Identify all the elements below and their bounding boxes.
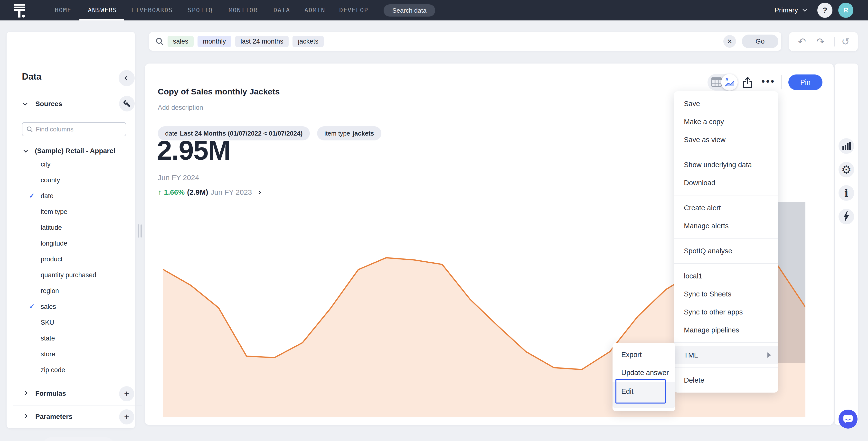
lightning-icon [843, 211, 850, 222]
submenu-item-export[interactable]: Export [613, 346, 675, 364]
add-description-field[interactable]: Add description [158, 104, 203, 111]
menu-item-local1[interactable]: local1 [674, 267, 778, 285]
kpi-previous-value: (2.9M) [187, 188, 208, 196]
chart-view-button[interactable]: # [721, 74, 738, 91]
pin-button[interactable]: Pin [788, 74, 823, 90]
nav-tab-answers[interactable]: ANSWERS [88, 0, 117, 21]
reset-button[interactable]: ↺ [841, 32, 850, 51]
parameters-section-label[interactable]: Parameters [35, 413, 72, 420]
menu-item-manage-alerts[interactable]: Manage alerts [674, 217, 778, 235]
more-actions-menu: Save Make a copy Save as view Show under… [674, 91, 778, 393]
clear-search-button[interactable]: ✕ [723, 35, 736, 48]
submenu-item-update-answer[interactable]: Update answer [613, 364, 675, 382]
formulas-section-label[interactable]: Formulas [35, 389, 66, 398]
go-button[interactable]: Go [742, 35, 778, 48]
share-button[interactable] [740, 75, 755, 90]
nav-tab-liveboards[interactable]: LIVEBOARDS [131, 0, 173, 21]
submenu-item-edit[interactable]: Edit [613, 382, 675, 408]
chevron-down-icon [803, 7, 807, 11]
nav-tab-data[interactable]: DATA [274, 0, 290, 21]
thoughtspot-logo-icon[interactable] [12, 3, 29, 18]
column-item-type[interactable]: item type [41, 208, 67, 216]
chevron-right-icon[interactable] [23, 391, 27, 395]
menu-item-save-as-view[interactable]: Save as view [674, 131, 778, 149]
column-latitude[interactable]: latitude [41, 224, 62, 232]
user-avatar[interactable]: R [838, 3, 854, 18]
undo-button[interactable]: ↶ [798, 32, 806, 51]
divider [674, 195, 778, 196]
close-icon: ✕ [727, 38, 732, 45]
search-icon [155, 37, 164, 45]
chevron-right-icon[interactable] [257, 190, 261, 194]
menu-item-download[interactable]: Download [674, 174, 778, 192]
add-parameter-button[interactable]: + [119, 409, 134, 425]
menu-item-delete[interactable]: Delete [674, 371, 778, 389]
menu-item-save[interactable]: Save [674, 95, 778, 113]
insights-button[interactable] [839, 209, 854, 225]
arrow-up-icon: ↑ [158, 188, 161, 196]
tml-submenu: Export Update answer Edit [613, 343, 675, 411]
menu-item-tml[interactable]: TML [674, 346, 778, 364]
divider [674, 263, 778, 264]
check-icon: ✓ [29, 303, 35, 310]
menu-item-sync-to-sheets[interactable]: Sync to Sheets [674, 285, 778, 303]
column-sales[interactable]: sales [41, 303, 56, 310]
column-state[interactable]: state [41, 335, 55, 342]
chevron-down-icon[interactable] [23, 148, 28, 152]
column-city[interactable]: city [41, 161, 51, 168]
org-switcher[interactable]: Primary [774, 0, 798, 21]
search-bar[interactable]: sales monthly last 24 months jackets ✕ G… [149, 32, 781, 50]
search-token-last-24-months[interactable]: last 24 months [235, 36, 289, 47]
source-table-label[interactable]: (Sample) Retail - Apparel [35, 147, 115, 155]
nav-tab-develop[interactable]: DEVELOP [339, 0, 368, 21]
kpi-change-row[interactable]: ↑ 1.66% (2.9M) Jun FY 2023 [158, 188, 260, 196]
column-store[interactable]: store [41, 350, 55, 358]
table-view-icon[interactable] [711, 77, 722, 87]
nav-tab-monitor[interactable]: MONITOR [229, 0, 258, 21]
column-longitude[interactable]: longitude [41, 240, 67, 247]
nav-divider [812, 4, 812, 16]
menu-item-spotiq-analyse[interactable]: SpotIQ analyse [674, 242, 778, 260]
search-icon [26, 126, 33, 133]
column-sku[interactable]: SKU [41, 319, 54, 326]
add-formula-button[interactable]: + [119, 386, 134, 401]
menu-item-show-underlying-data[interactable]: Show underlying data [674, 156, 778, 174]
answer-title[interactable]: Copy of Sales monthly Jackets [158, 87, 280, 96]
collapse-panel-button[interactable] [119, 70, 135, 86]
find-columns-input[interactable] [36, 126, 122, 133]
search-token-sales[interactable]: sales [167, 36, 194, 47]
redo-button[interactable]: ↷ [816, 32, 825, 51]
menu-item-sync-to-other-apps[interactable]: Sync to other apps [674, 303, 778, 321]
chevron-right-icon[interactable] [23, 414, 27, 418]
panel-resize-handle[interactable] [138, 225, 142, 238]
nav-tab-home[interactable]: HOME [55, 0, 71, 21]
kpi-change-percent: 1.66% [164, 188, 185, 196]
column-county[interactable]: county [41, 176, 60, 184]
nav-tab-admin[interactable]: ADMIN [304, 0, 325, 21]
column-product[interactable]: product [41, 256, 63, 263]
kpi-value: 2.95M [157, 135, 230, 166]
column-region[interactable]: region [41, 287, 59, 295]
menu-item-make-a-copy[interactable]: Make a copy [674, 113, 778, 131]
add-columns-button[interactable]: + Add columns [43, 437, 114, 441]
chat-launcher-button[interactable] [839, 410, 858, 429]
column-date[interactable]: date [41, 192, 54, 200]
menu-item-create-alert[interactable]: Create alert [674, 199, 778, 217]
help-button[interactable]: ? [817, 3, 832, 18]
menu-item-manage-pipelines[interactable]: Manage pipelines [674, 321, 778, 339]
nav-tab-spotiq[interactable]: SPOTIQ [188, 0, 213, 21]
search-data-button[interactable]: Search data [383, 4, 435, 16]
settings-button[interactable]: ⚙ [839, 162, 854, 177]
choose-sources-button[interactable] [119, 96, 135, 111]
divider [13, 382, 142, 382]
chart-config-button[interactable] [839, 138, 854, 154]
chevron-down-icon[interactable] [23, 101, 27, 105]
details-button[interactable]: i [839, 185, 854, 201]
column-quantity-purchased[interactable]: quantity purchased [41, 271, 96, 279]
search-token-monthly[interactable]: monthly [197, 36, 231, 47]
search-token-jackets[interactable]: jackets [292, 36, 324, 47]
column-zip-code[interactable]: zip code [41, 366, 65, 374]
filter-chip-item-type[interactable]: item type jackets [317, 126, 381, 140]
data-panel-title: Data [22, 72, 41, 82]
more-actions-button[interactable]: ••• [758, 74, 778, 91]
